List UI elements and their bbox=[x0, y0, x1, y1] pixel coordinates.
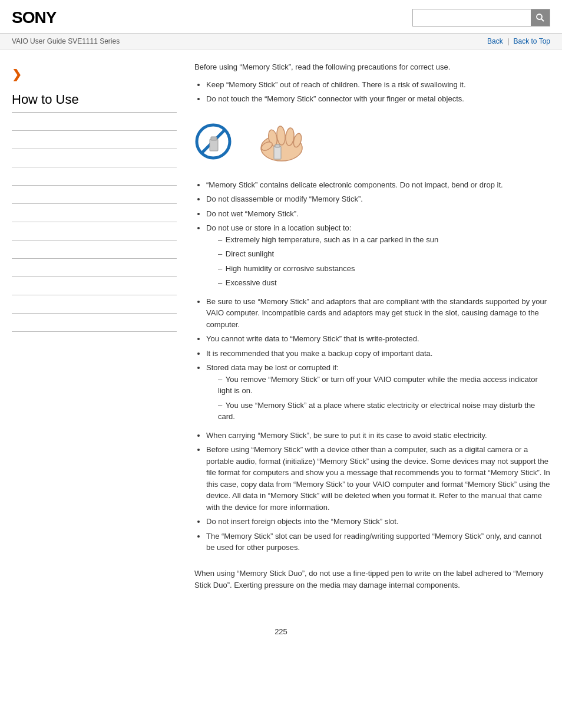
sidebar-menu bbox=[12, 113, 177, 332]
sidebar-item[interactable] bbox=[12, 259, 177, 277]
bullet-item: Do not use or store in a location subjec… bbox=[206, 222, 550, 289]
bullet-item: When carrying “Memory Stick”, be sure to… bbox=[206, 430, 550, 442]
bullet-item: The “Memory Stick” slot can be used for … bbox=[206, 531, 550, 554]
sub-list-1: Extremely high temperature, such as in a… bbox=[218, 234, 550, 289]
sidebar-item[interactable] bbox=[12, 167, 177, 186]
content-intro: Before using “Memory Stick”, read the fo… bbox=[194, 61, 550, 73]
bullet-list-2: “Memory Stick” contains delicate electro… bbox=[206, 179, 550, 554]
sidebar-item[interactable] bbox=[12, 241, 177, 259]
header: SONY bbox=[0, 0, 562, 34]
svg-rect-5 bbox=[211, 137, 217, 140]
page-footer: 225 bbox=[0, 615, 562, 648]
bullet-item: Keep “Memory Stick” out of reach of chil… bbox=[206, 79, 550, 91]
search-button[interactable] bbox=[531, 9, 550, 26]
bullet-item: Do not insert foreign objects into the “… bbox=[206, 516, 550, 528]
sub-item: Extremely high temperature, such as in a… bbox=[218, 234, 550, 246]
sidebar: ❯ How to Use bbox=[12, 61, 189, 592]
bullet-item: Stored data may be lost or corrupted if:… bbox=[206, 362, 550, 423]
sidebar-item[interactable] bbox=[12, 149, 177, 167]
svg-rect-12 bbox=[274, 146, 281, 159]
sidebar-item[interactable] bbox=[12, 314, 177, 332]
bullet-item: You cannot write data to “Memory Stick” … bbox=[206, 333, 550, 345]
sidebar-item[interactable] bbox=[12, 113, 177, 131]
sidebar-item[interactable] bbox=[12, 277, 177, 295]
svg-line-1 bbox=[541, 19, 544, 21]
hand-illustration bbox=[237, 116, 314, 169]
bullet-item: Do not wet “Memory Stick”. bbox=[206, 208, 550, 220]
content-area: Before using “Memory Stick”, read the fo… bbox=[189, 61, 550, 592]
search-box bbox=[412, 9, 550, 27]
sidebar-item[interactable] bbox=[12, 186, 177, 204]
sub-item: You use “Memory Stick” at a place where … bbox=[218, 400, 550, 423]
bullet-item: Be sure to use “Memory Stick” and adapto… bbox=[206, 296, 550, 331]
sub-item: Direct sunlight bbox=[218, 248, 550, 260]
bullet-item: “Memory Stick” contains delicate electro… bbox=[206, 179, 550, 191]
svg-point-0 bbox=[537, 14, 542, 19]
search-icon bbox=[535, 13, 545, 22]
subheader: VAIO User Guide SVE1111 Series Back | Ba… bbox=[0, 34, 562, 50]
sub-list-2: You remove “Memory Stick” or turn off yo… bbox=[218, 374, 550, 423]
note-text: When using “Memory Stick Duo”, do not us… bbox=[194, 568, 550, 592]
separator: | bbox=[507, 37, 509, 45]
svg-rect-4 bbox=[210, 139, 218, 151]
sidebar-item[interactable] bbox=[12, 295, 177, 314]
bullet-item: Do not disassemble or modify “Memory Sti… bbox=[206, 193, 550, 205]
sidebar-item[interactable] bbox=[12, 131, 177, 149]
bullet-list-1: Keep “Memory Stick” out of reach of chil… bbox=[206, 79, 550, 105]
guide-title: VAIO User Guide SVE1111 Series bbox=[12, 37, 120, 45]
svg-rect-13 bbox=[275, 144, 280, 147]
bullet-item: Do not touch the “Memory Stick” connecto… bbox=[206, 93, 550, 105]
illustration bbox=[194, 116, 550, 169]
nav-links: Back | Back to Top bbox=[487, 37, 550, 45]
sidebar-item[interactable] bbox=[12, 204, 177, 222]
back-to-top-link[interactable]: Back to Top bbox=[514, 37, 550, 45]
page-number: 225 bbox=[275, 627, 287, 636]
sidebar-item[interactable] bbox=[12, 222, 177, 241]
sub-item: High humidity or corrosive substances bbox=[218, 263, 550, 275]
sub-item: Excessive dust bbox=[218, 277, 550, 289]
no-symbol-icon bbox=[194, 123, 233, 161]
bullet-item: Before using “Memory Stick” with a devic… bbox=[206, 444, 550, 513]
sidebar-title: How to Use bbox=[12, 92, 177, 113]
main-content: ❯ How to Use Before using “Memory Stick”… bbox=[0, 50, 562, 615]
bullet-item: It is recommended that you make a backup… bbox=[206, 348, 550, 360]
back-link[interactable]: Back bbox=[487, 37, 503, 45]
sony-logo: SONY bbox=[12, 8, 56, 27]
sub-item: You remove “Memory Stick” or turn off yo… bbox=[218, 374, 550, 397]
search-input[interactable] bbox=[413, 9, 531, 26]
breadcrumb-arrow: ❯ bbox=[12, 67, 177, 81]
note-section: When using “Memory Stick Duo”, do not us… bbox=[194, 568, 550, 592]
